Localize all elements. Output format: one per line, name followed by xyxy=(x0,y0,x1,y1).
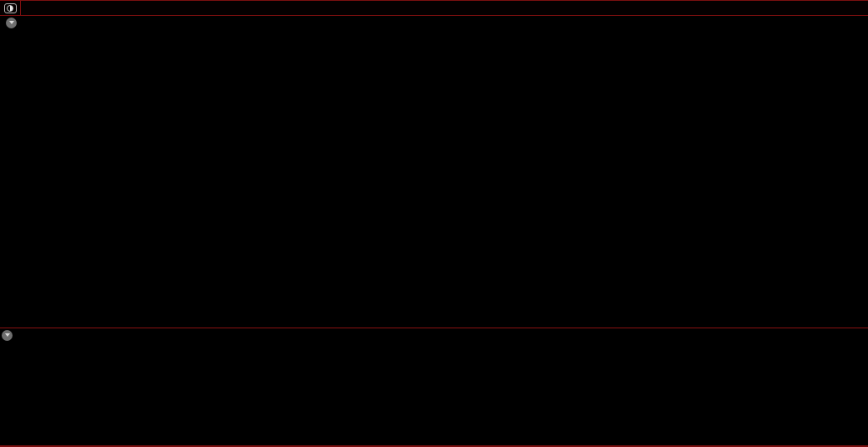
signal-canvas[interactable] xyxy=(0,328,868,445)
indicator-subpanel[interactable] xyxy=(0,328,868,447)
top-menubar xyxy=(0,0,868,16)
candlestick-chart[interactable] xyxy=(0,46,868,328)
quote-bar xyxy=(2,31,866,44)
chart-canvas[interactable] xyxy=(0,46,868,328)
trading-terminal xyxy=(0,0,868,447)
panel-toggle-icon xyxy=(4,3,17,13)
collapse-chevron-icon[interactable] xyxy=(6,18,17,28)
collapse-chevron-icon[interactable] xyxy=(2,330,13,341)
stock-info-bar xyxy=(0,17,868,30)
subpanel-header xyxy=(2,330,23,343)
panel-toggle[interactable] xyxy=(0,1,21,15)
